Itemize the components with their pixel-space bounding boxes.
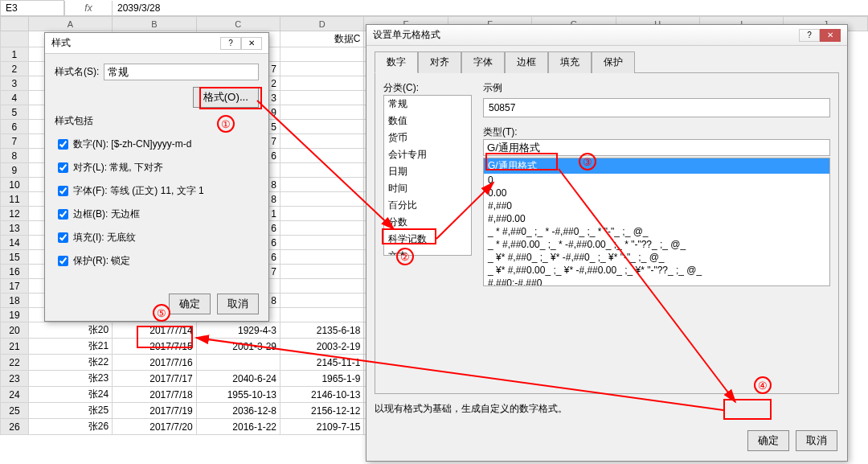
category-item[interactable]: 会计专用 xyxy=(384,146,471,163)
cell[interactable]: 数据C xyxy=(280,31,364,47)
name-box[interactable]: E3 xyxy=(0,0,64,16)
cell[interactable] xyxy=(280,105,364,120)
cell[interactable]: 张23 xyxy=(28,371,112,387)
cell[interactable]: 张20 xyxy=(28,322,112,339)
category-item[interactable]: 文本 xyxy=(384,248,471,256)
type-list[interactable]: G/通用格式00.00#,##0#,##0.00_ * #,##0_ ;_ * … xyxy=(483,158,830,286)
close-icon[interactable]: ✕ xyxy=(820,29,841,42)
cell[interactable]: 2017/7/20 xyxy=(113,419,196,435)
cell[interactable]: 2156-12-12 xyxy=(280,403,364,419)
cell[interactable] xyxy=(280,236,364,250)
cell[interactable]: 2017/7/14 xyxy=(113,322,196,339)
cell[interactable]: 2017/7/17 xyxy=(113,371,196,387)
cell[interactable]: 1965-1-9 xyxy=(280,371,364,387)
tab-字体[interactable]: 字体 xyxy=(461,51,505,73)
type-list-item[interactable]: #,##0;-#,##0 xyxy=(484,277,829,286)
type-list-item[interactable]: #,##0.00 xyxy=(484,212,829,225)
cell[interactable] xyxy=(280,91,364,105)
chk-number[interactable] xyxy=(58,139,68,150)
category-item[interactable]: 货币 xyxy=(384,129,471,146)
style-cancel-button[interactable]: 取消 xyxy=(217,294,259,314)
formula-input[interactable]: 2039/3/28 xyxy=(113,1,868,15)
category-item[interactable]: 时间 xyxy=(384,180,471,197)
type-input[interactable] xyxy=(483,139,830,156)
includes-label: 样式包括 xyxy=(55,114,259,128)
sample-label: 示例 xyxy=(483,81,830,95)
cell[interactable]: 2017/7/19 xyxy=(113,403,196,419)
cell[interactable] xyxy=(280,76,364,91)
style-ok-button[interactable]: 确定 xyxy=(169,294,211,314)
tab-对齐[interactable]: 对齐 xyxy=(418,51,461,73)
cell[interactable]: 张21 xyxy=(28,339,112,355)
category-item[interactable]: 常规 xyxy=(384,96,471,113)
category-list[interactable]: 常规数值货币会计专用日期时间百分比分数科学记数文本特殊自定义 xyxy=(383,95,472,256)
cell[interactable] xyxy=(280,221,364,236)
help-icon[interactable]: ? xyxy=(799,29,820,42)
type-list-item[interactable]: _ * #,##0.00_ ;_ * -#,##0.00_ ;_ * "-"??… xyxy=(484,238,829,251)
style-name-label: 样式名(S): xyxy=(55,65,99,79)
cell[interactable]: 2036-12-8 xyxy=(196,403,280,419)
format-dialog-title: 设置单元格格式 xyxy=(373,28,440,42)
cell[interactable]: 2135-6-18 xyxy=(280,322,364,339)
category-item[interactable]: 百分比 xyxy=(384,197,471,214)
help-icon[interactable]: ? xyxy=(220,37,241,50)
cell[interactable]: 张26 xyxy=(28,419,112,435)
cell[interactable]: 2040-6-24 xyxy=(196,371,280,387)
cell[interactable] xyxy=(280,120,364,134)
category-item[interactable]: 日期 xyxy=(384,163,471,180)
tab-边框[interactable]: 边框 xyxy=(505,51,548,73)
cell[interactable]: 2016-1-22 xyxy=(196,419,280,435)
style-name-input[interactable] xyxy=(104,64,259,80)
cell[interactable]: 2146-10-13 xyxy=(280,387,364,403)
cell[interactable] xyxy=(280,250,364,265)
cell[interactable]: 1955-10-13 xyxy=(196,387,280,403)
type-list-item[interactable]: _ ¥* #,##0_ ;_ ¥* -#,##0_ ;_ ¥* "-"_ ;_ … xyxy=(484,251,829,264)
close-icon[interactable]: ✕ xyxy=(241,37,262,50)
format-ok-button[interactable]: 确定 xyxy=(747,430,789,451)
category-item[interactable]: 分数 xyxy=(384,214,471,231)
chk-font[interactable] xyxy=(58,186,68,196)
cell[interactable] xyxy=(280,134,364,149)
cell[interactable]: 2001-3-29 xyxy=(196,339,280,355)
chk-protect[interactable] xyxy=(58,256,68,266)
cell[interactable]: 2109-7-15 xyxy=(280,419,364,435)
cell[interactable]: 1929-4-3 xyxy=(196,322,280,339)
cell[interactable]: 2017/7/16 xyxy=(113,355,196,371)
cell[interactable] xyxy=(280,308,364,322)
cell[interactable]: 张25 xyxy=(28,403,112,419)
chk-border[interactable] xyxy=(58,209,68,220)
type-list-item[interactable]: _ ¥* #,##0.00_ ;_ ¥* -#,##0.00_ ;_ ¥* "-… xyxy=(484,264,829,277)
chk-fill[interactable] xyxy=(58,232,68,243)
cell[interactable]: 2017/7/15 xyxy=(113,339,196,355)
format-button[interactable]: 格式(O)... xyxy=(193,87,259,108)
cell[interactable] xyxy=(280,163,364,178)
cell[interactable] xyxy=(280,47,364,62)
fx-icon[interactable]: fx xyxy=(64,1,113,15)
type-list-item[interactable]: 0.00 xyxy=(484,187,829,199)
cell[interactable] xyxy=(280,178,364,192)
category-item[interactable]: 数值 xyxy=(384,113,471,129)
chk-align[interactable] xyxy=(58,162,68,173)
cell[interactable]: 2017/7/18 xyxy=(113,387,196,403)
cell[interactable] xyxy=(280,294,364,308)
category-item[interactable]: 科学记数 xyxy=(384,231,471,248)
cell[interactable] xyxy=(280,192,364,207)
cell[interactable] xyxy=(280,149,364,163)
cell[interactable] xyxy=(280,62,364,76)
cell[interactable] xyxy=(280,265,364,279)
cell[interactable] xyxy=(280,207,364,221)
format-cancel-button[interactable]: 取消 xyxy=(796,430,837,451)
tab-保护[interactable]: 保护 xyxy=(592,51,635,73)
cell[interactable]: 2145-11-1 xyxy=(280,355,364,371)
type-list-item[interactable]: #,##0 xyxy=(484,199,829,212)
cell[interactable]: 张22 xyxy=(28,355,112,371)
cell[interactable]: 张24 xyxy=(28,387,112,403)
tab-数字[interactable]: 数字 xyxy=(375,51,418,73)
cell[interactable] xyxy=(196,355,280,371)
tab-填充[interactable]: 填充 xyxy=(548,51,592,73)
cell[interactable] xyxy=(280,279,364,294)
type-list-item[interactable]: _ * #,##0_ ;_ * -#,##0_ ;_ * "-"_ ;_ @_ xyxy=(484,225,829,238)
cell[interactable]: 2003-2-19 xyxy=(280,339,364,355)
type-list-item[interactable]: G/通用格式 xyxy=(484,158,829,174)
type-list-item[interactable]: 0 xyxy=(484,174,829,187)
